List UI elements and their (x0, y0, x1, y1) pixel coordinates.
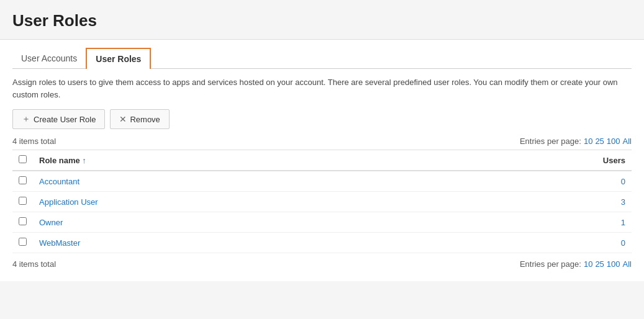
row-checkbox-col (12, 233, 33, 253)
page-header: User Roles (0, 0, 644, 40)
meta-row-top: 4 items total Entries per page: 10 25 10… (12, 137, 632, 146)
role-name-link[interactable]: Owner (39, 218, 63, 227)
entries-10-top[interactable]: 10 (584, 137, 592, 146)
table-row: WebMaster 0 (12, 233, 632, 253)
entries-per-page-top: Entries per page: 10 25 100 All (520, 137, 632, 146)
row-checkbox-col (12, 171, 33, 192)
row-role-name: Owner (33, 212, 435, 233)
row-role-name: Application User (33, 192, 435, 212)
tab-user-roles[interactable]: User Roles (86, 48, 151, 69)
plus-icon: ＋ (22, 114, 30, 125)
row-users[interactable]: 1 (435, 212, 632, 233)
footer-meta: 4 items total Entries per page: 10 25 10… (12, 259, 632, 269)
row-checkbox[interactable] (19, 217, 27, 225)
row-checkbox[interactable] (19, 238, 27, 246)
row-checkbox[interactable] (19, 176, 27, 184)
entries-25-top[interactable]: 25 (595, 137, 604, 146)
row-users[interactable]: 0 (435, 171, 632, 192)
sort-asc-icon (80, 156, 86, 165)
remove-button[interactable]: ✕ Remove (110, 109, 169, 129)
role-name-link[interactable]: Application User (39, 197, 98, 207)
row-users[interactable]: 3 (435, 192, 632, 212)
entries-10-bottom[interactable]: 10 (584, 259, 592, 269)
row-checkbox[interactable] (19, 197, 27, 205)
remove-icon: ✕ (119, 114, 127, 124)
col-header-users: Users (435, 150, 632, 171)
entries-100-top[interactable]: 100 (607, 137, 620, 146)
entries-100-bottom[interactable]: 100 (607, 259, 620, 269)
entries-all-bottom[interactable]: All (623, 259, 632, 269)
toolbar: ＋ Create User Role ✕ Remove (12, 109, 632, 129)
entries-per-page-bottom: Entries per page: 10 25 100 All (520, 259, 632, 269)
select-all-checkbox[interactable] (19, 155, 27, 163)
entries-all-top[interactable]: All (623, 137, 632, 146)
row-role-name: Accountant (33, 171, 435, 192)
role-name-link[interactable]: WebMaster (39, 238, 80, 248)
col-header-role-name[interactable]: Role name (33, 150, 435, 171)
row-role-name: WebMaster (33, 233, 435, 253)
table-row: Application User 3 (12, 192, 632, 212)
description-text: Assign roles to users to give them acces… (12, 76, 632, 101)
content-area: User Accounts User Roles Assign roles to… (0, 40, 644, 281)
table-header-row: Role name Users (12, 150, 632, 171)
roles-table: Role name Users Accountant 0 Application… (12, 150, 632, 253)
row-users[interactable]: 0 (435, 233, 632, 253)
tabs-nav: User Accounts User Roles (12, 40, 632, 69)
page-title: User Roles (12, 11, 632, 30)
items-total-bottom: 4 items total (12, 259, 56, 269)
row-checkbox-col (12, 212, 33, 233)
tab-user-accounts[interactable]: User Accounts (12, 48, 86, 68)
table-row: Accountant 0 (12, 171, 632, 192)
entries-25-bottom[interactable]: 25 (595, 259, 604, 269)
table-row: Owner 1 (12, 212, 632, 233)
header-checkbox-col (12, 150, 33, 171)
row-checkbox-col (12, 192, 33, 212)
create-user-role-button[interactable]: ＋ Create User Role (12, 109, 105, 129)
role-name-link[interactable]: Accountant (39, 177, 79, 186)
items-total-top: 4 items total (12, 137, 56, 146)
